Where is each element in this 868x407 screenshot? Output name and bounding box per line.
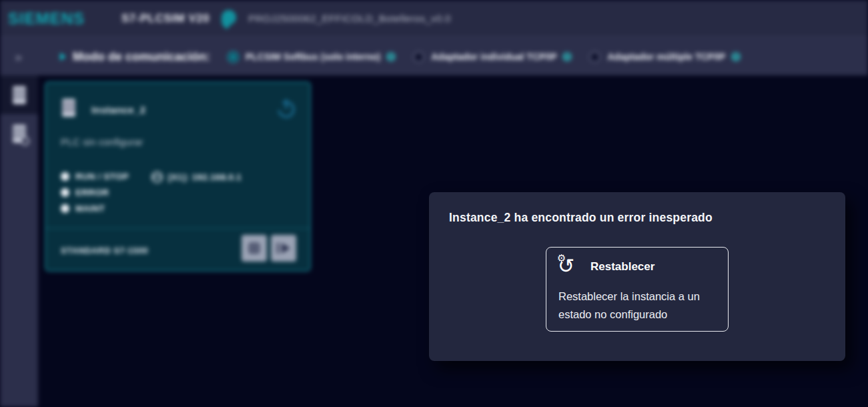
power-button[interactable] [276,98,297,119]
play-icon [277,243,279,254]
communication-mode-label: Modo de comunicación: [73,50,210,64]
led-maint: MAINT [61,204,105,214]
radio-label[interactable]: PLCSIM Softbus (solo interno) [246,51,380,62]
led-error: ERROR [61,187,109,197]
plc-search-icon [13,125,26,143]
plcsim-logo-icon [222,10,239,27]
reset-description: Restablecer la instancia a un estado no … [558,288,711,324]
power-off-button[interactable] [242,235,267,262]
info-icon[interactable]: i [386,52,396,61]
title-bar: SIEMENS S7-PLCSIM V20 PROJ2500062_EFFICO… [0,0,868,37]
info-icon[interactable]: i [731,52,741,61]
sidebar-item-search-instances[interactable] [0,114,38,153]
radio-unselected-icon[interactable] [413,51,424,63]
plc-status-text: PLC sin configurar [61,136,143,147]
dialog-title: Instance_2 ha encontrado un error inespe… [449,211,713,225]
app-title: S7-PLCSIM V20 [121,12,209,25]
sidebar-item-instances[interactable] [0,75,38,114]
power-off-icon [249,243,260,254]
radio-selected-icon[interactable] [228,51,239,63]
start-button[interactable] [271,235,296,262]
info-icon[interactable]: i [562,52,572,61]
sidebar [0,75,38,407]
led-indicator [61,172,69,181]
radio-label[interactable]: Adaptador múltiple TCP/IP [607,51,725,62]
plc-instances-icon [13,86,26,104]
network-icon [151,171,163,183]
instance-name: Instance_2 [91,104,146,115]
radio-single-adapter[interactable]: Adaptador individual TCP/IP i [413,51,572,63]
plc-model-label: STANDARD S7-1500 [61,246,148,256]
radio-label[interactable]: Adaptador individual TCP/IP [431,51,556,62]
reset-icon: ↺ ⚙ [558,256,579,278]
radio-unselected-icon[interactable] [589,51,600,63]
communication-mode-bar: » Modo de comunicación: PLCSIM Softbus (… [0,37,868,76]
led-run-stop: RUN / STOP [61,171,129,181]
mode-marker-icon [60,53,66,61]
led-indicator [61,188,69,197]
radio-multi-adapter[interactable]: Adaptador múltiple TCP/IP i [589,51,741,63]
reset-button[interactable]: ↺ ⚙ Restablecer Restablecer la instancia… [546,247,729,332]
siemens-logo: SIEMENS [8,9,85,28]
interface-address: [X1]: 192.168.0.1 [151,171,242,183]
card-divider [46,228,310,229]
plc-device-icon [62,99,75,117]
reset-label: Restablecer [590,260,655,274]
project-name: PROJ2500062_EFFICOLD_Botelleros_v0.0 [248,13,450,24]
collapse-sidebar-icon[interactable]: » [15,49,41,65]
radio-plcsim-softbus[interactable]: PLCSIM Softbus (solo interno) i [228,51,396,63]
error-dialog: Instance_2 ha encontrado un error inespe… [429,192,845,361]
instance-card[interactable]: Instance_2 PLC sin configurar RUN / STOP… [45,81,311,272]
led-indicator [61,204,69,213]
